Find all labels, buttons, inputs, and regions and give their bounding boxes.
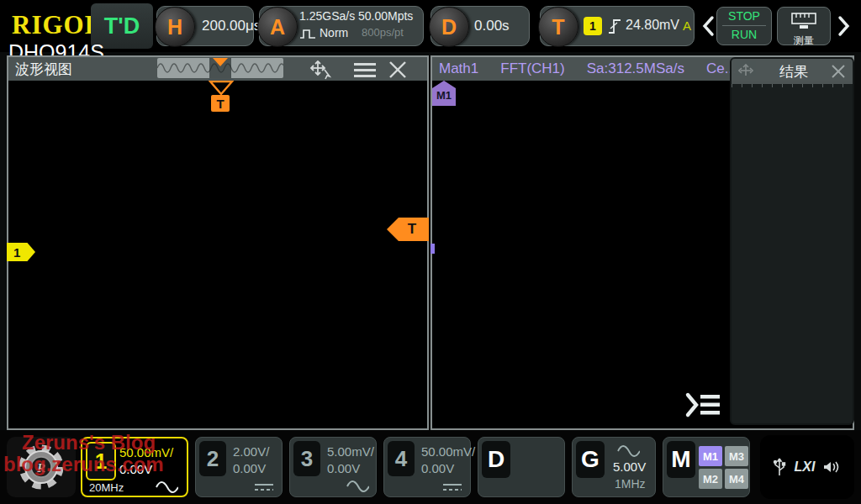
- chevron-left-icon[interactable]: [701, 15, 715, 37]
- stop-label: STOP: [717, 8, 771, 25]
- trigger-position-badge[interactable]: T: [211, 95, 230, 112]
- math-cell-m4[interactable]: M4: [725, 469, 748, 489]
- channel2-box[interactable]: 2 2.00V/ 0.00V: [195, 437, 283, 497]
- ac-coupling-icon: [155, 480, 178, 494]
- trigger-source-badge: 1: [584, 17, 602, 35]
- channel2-scale: 2.00V/: [233, 444, 269, 459]
- measure-label: 测量: [778, 34, 830, 48]
- digital-badge: D: [482, 441, 510, 478]
- math-cell-m1[interactable]: M1: [699, 446, 722, 466]
- speaker-icon: [823, 459, 842, 475]
- trigger-status-text: T'D: [104, 13, 140, 39]
- waveform-plot-area[interactable]: [8, 81, 427, 428]
- channel1-offset: 0.00V: [119, 462, 152, 476]
- math-cell-m2[interactable]: M2: [699, 469, 722, 489]
- fft-function: FFT(CH1): [500, 60, 564, 77]
- channel4-badge: 4: [388, 441, 415, 476]
- fft-level-tick: [430, 244, 435, 254]
- trigger-position-icon[interactable]: [209, 81, 234, 96]
- brand-logo: RIGOL: [12, 10, 103, 40]
- sample-rate: 1.25GSa/s: [299, 9, 355, 23]
- svg-text:R: R: [36, 461, 45, 475]
- fft-sample-rate: Sa:312.5MSa/s: [587, 60, 684, 77]
- channel1-badge: 1: [86, 442, 116, 480]
- stop-run-button[interactable]: STOP RUN: [716, 7, 772, 45]
- channel3-offset: 0.00V: [327, 461, 360, 475]
- timebase-navigator[interactable]: [157, 58, 283, 78]
- math-box[interactable]: M M1 M3 M2 M4: [663, 437, 750, 497]
- waveform-plot-canvas[interactable]: [8, 81, 427, 428]
- acquisition-knob[interactable]: A: [257, 7, 298, 47]
- channel4-scale: 50.00mV/: [421, 444, 475, 459]
- settings-gear-button[interactable]: R: [7, 437, 76, 497]
- channel3-badge: 3: [293, 441, 320, 476]
- measure-button[interactable]: 测量: [777, 7, 831, 45]
- results-items: [732, 59, 853, 425]
- trigger-coupling: A: [683, 18, 691, 33]
- delay-value: 0.00s: [474, 18, 510, 34]
- channel4-offset: 0.00V: [421, 461, 454, 475]
- generator-frequency: 1MHz: [615, 477, 646, 491]
- math-channel-grid: M1 M3 M2 M4: [699, 446, 748, 489]
- trigger-knob[interactable]: T: [538, 7, 578, 47]
- menu-icon[interactable]: [353, 62, 377, 77]
- expand-menu-icon[interactable]: [683, 390, 721, 420]
- math-cell-m3[interactable]: M3: [725, 446, 748, 466]
- gear-icon: R: [16, 442, 66, 492]
- channel1-scale: 50.00mV/: [119, 445, 173, 459]
- results-panel: 结果: [730, 57, 854, 425]
- run-label: RUN: [717, 26, 771, 44]
- generator-box[interactable]: G 5.00V 1MHz: [572, 437, 656, 497]
- chevron-right-icon[interactable]: [837, 15, 851, 37]
- lxi-indicator: LXI: [795, 459, 816, 475]
- ruler-icon: [790, 11, 818, 29]
- sine-icon: [616, 444, 640, 458]
- channel1-bandwidth: 20MHz: [89, 481, 124, 494]
- channel4-box[interactable]: 4 50.00mV/ 0.00V: [383, 437, 471, 497]
- sample-resolution: 800ps/pt: [362, 26, 404, 39]
- math-badge: M: [667, 441, 695, 478]
- acq-mode: Norm: [320, 26, 348, 39]
- ac-coupling-icon: [346, 480, 369, 493]
- generator-voltage: 5.00V: [613, 459, 646, 474]
- usb-icon: [773, 456, 786, 478]
- fft-source: Math1: [439, 60, 478, 77]
- timebase-value: 200.00μs/: [202, 18, 265, 34]
- move-window-icon[interactable]: [309, 60, 333, 80]
- trigger-level: 24.80mV: [626, 18, 679, 33]
- oscilloscope-screen: RIGOL DHO914S T'D H 200.00μs/ A 1.25GSa/…: [0, 0, 861, 504]
- dc-coupling-icon: [441, 482, 463, 492]
- channel2-badge: 2: [199, 441, 226, 476]
- rising-edge-icon: [607, 15, 622, 37]
- navigator-position-icon: [213, 58, 228, 66]
- system-status-box[interactable]: LXI: [760, 435, 854, 499]
- channel1-box[interactable]: 1 50.00mV/ 0.00V 20MHz: [81, 437, 188, 497]
- channel2-offset: 0.00V: [233, 461, 266, 475]
- channel3-scale: 5.00mV/: [327, 444, 374, 459]
- close-window-icon[interactable]: [388, 60, 407, 79]
- dc-coupling-icon: [253, 482, 275, 492]
- waveform-window-title: 波形视图: [15, 60, 72, 79]
- horizontal-knob[interactable]: H: [155, 7, 195, 47]
- digital-channels-box[interactable]: D: [478, 437, 565, 497]
- acq-mode-icon: [299, 28, 316, 39]
- memory-depth: 50.00Mpts: [358, 9, 413, 23]
- channel3-box[interactable]: 3 5.00mV/ 0.00V: [289, 437, 377, 497]
- delay-knob[interactable]: D: [429, 7, 469, 47]
- generator-badge: G: [576, 441, 605, 478]
